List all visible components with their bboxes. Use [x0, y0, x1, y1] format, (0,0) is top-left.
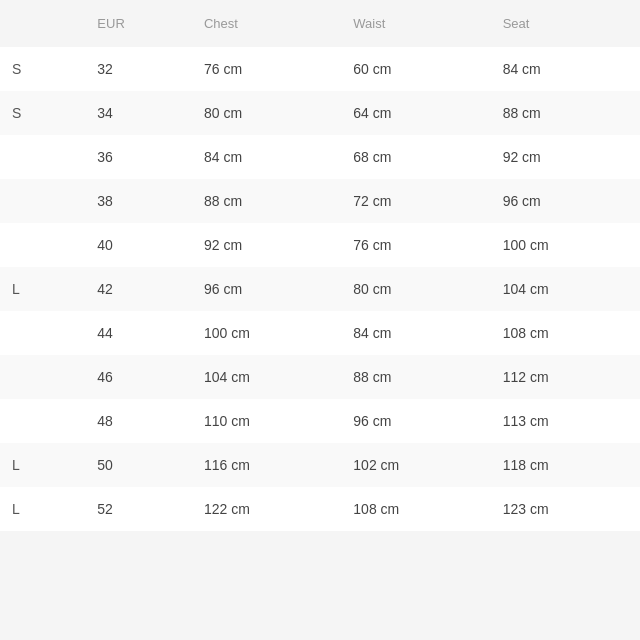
- cell-seat: 112 cm: [491, 355, 640, 399]
- table-row: S3480 cm64 cm88 cm: [0, 91, 640, 135]
- table-row: L52122 cm108 cm123 cm: [0, 487, 640, 531]
- table-row: 3684 cm68 cm92 cm: [0, 135, 640, 179]
- cell-size: [0, 223, 85, 267]
- table-row: 4092 cm76 cm100 cm: [0, 223, 640, 267]
- cell-chest: 110 cm: [192, 399, 341, 443]
- table-header-row: EUR Chest Waist Seat: [0, 0, 640, 47]
- cell-eur: 44: [85, 311, 192, 355]
- cell-chest: 104 cm: [192, 355, 341, 399]
- cell-waist: 80 cm: [341, 267, 490, 311]
- header-size: [0, 0, 85, 47]
- header-eur: EUR: [85, 0, 192, 47]
- cell-chest: 96 cm: [192, 267, 341, 311]
- cell-seat: 123 cm: [491, 487, 640, 531]
- cell-size: [0, 311, 85, 355]
- cell-seat: 113 cm: [491, 399, 640, 443]
- cell-size: L: [0, 487, 85, 531]
- cell-seat: 92 cm: [491, 135, 640, 179]
- cell-waist: 102 cm: [341, 443, 490, 487]
- table-row: L50116 cm102 cm118 cm: [0, 443, 640, 487]
- header-chest: Chest: [192, 0, 341, 47]
- cell-chest: 84 cm: [192, 135, 341, 179]
- cell-waist: 96 cm: [341, 399, 490, 443]
- cell-size: L: [0, 443, 85, 487]
- cell-seat: 118 cm: [491, 443, 640, 487]
- cell-size: [0, 135, 85, 179]
- cell-size: [0, 179, 85, 223]
- size-guide-table: EUR Chest Waist Seat S3276 cm60 cm84 cmS…: [0, 0, 640, 531]
- header-seat: Seat: [491, 0, 640, 47]
- cell-eur: 34: [85, 91, 192, 135]
- cell-eur: 52: [85, 487, 192, 531]
- cell-seat: 104 cm: [491, 267, 640, 311]
- cell-chest: 92 cm: [192, 223, 341, 267]
- cell-eur: 36: [85, 135, 192, 179]
- cell-waist: 76 cm: [341, 223, 490, 267]
- cell-chest: 88 cm: [192, 179, 341, 223]
- header-waist: Waist: [341, 0, 490, 47]
- cell-eur: 46: [85, 355, 192, 399]
- cell-seat: 96 cm: [491, 179, 640, 223]
- cell-size: L: [0, 267, 85, 311]
- cell-chest: 76 cm: [192, 47, 341, 91]
- cell-waist: 88 cm: [341, 355, 490, 399]
- cell-chest: 122 cm: [192, 487, 341, 531]
- cell-eur: 38: [85, 179, 192, 223]
- cell-eur: 42: [85, 267, 192, 311]
- table-row: 3888 cm72 cm96 cm: [0, 179, 640, 223]
- cell-seat: 100 cm: [491, 223, 640, 267]
- cell-waist: 84 cm: [341, 311, 490, 355]
- cell-eur: 32: [85, 47, 192, 91]
- cell-waist: 60 cm: [341, 47, 490, 91]
- cell-eur: 50: [85, 443, 192, 487]
- table-row: L4296 cm80 cm104 cm: [0, 267, 640, 311]
- cell-eur: 48: [85, 399, 192, 443]
- cell-size: [0, 355, 85, 399]
- cell-waist: 72 cm: [341, 179, 490, 223]
- table-row: 44100 cm84 cm108 cm: [0, 311, 640, 355]
- cell-size: S: [0, 91, 85, 135]
- cell-seat: 88 cm: [491, 91, 640, 135]
- cell-seat: 108 cm: [491, 311, 640, 355]
- cell-chest: 80 cm: [192, 91, 341, 135]
- cell-eur: 40: [85, 223, 192, 267]
- table-row: 48110 cm96 cm113 cm: [0, 399, 640, 443]
- cell-size: S: [0, 47, 85, 91]
- cell-chest: 116 cm: [192, 443, 341, 487]
- table-row: 46104 cm88 cm112 cm: [0, 355, 640, 399]
- cell-chest: 100 cm: [192, 311, 341, 355]
- cell-seat: 84 cm: [491, 47, 640, 91]
- cell-waist: 108 cm: [341, 487, 490, 531]
- cell-waist: 64 cm: [341, 91, 490, 135]
- cell-size: [0, 399, 85, 443]
- cell-waist: 68 cm: [341, 135, 490, 179]
- table-row: S3276 cm60 cm84 cm: [0, 47, 640, 91]
